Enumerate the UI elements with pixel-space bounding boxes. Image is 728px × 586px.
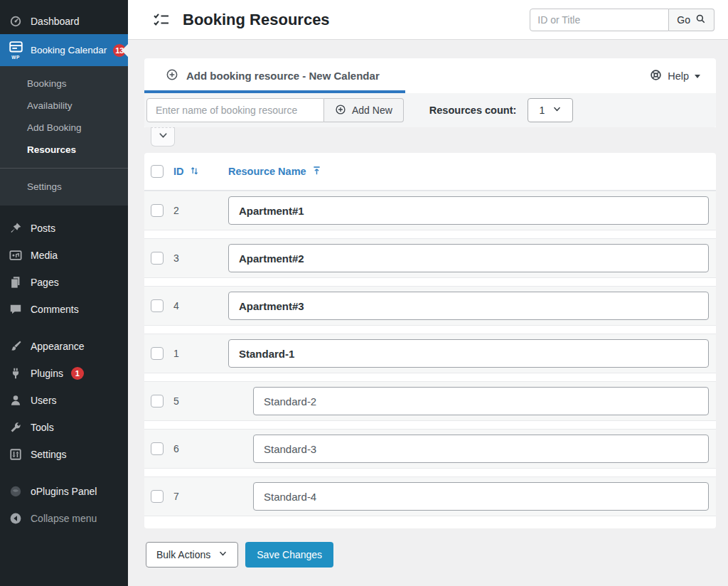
table-row: 1 xyxy=(144,334,716,373)
resource-id: 6 xyxy=(173,443,179,454)
resource-name-input[interactable] xyxy=(228,292,709,320)
posts-icon xyxy=(9,221,23,235)
users-icon xyxy=(9,393,23,407)
chevron-down-icon xyxy=(695,75,700,78)
row-checkbox[interactable] xyxy=(151,442,164,455)
resources-table: ID Resource Name 2341567 xyxy=(144,153,716,528)
new-resource-name-input[interactable] xyxy=(146,98,324,122)
resource-name-input[interactable] xyxy=(253,435,709,463)
resource-id: 4 xyxy=(173,300,179,311)
tab-row: Add booking resource - New Calendar Help xyxy=(144,58,716,93)
plugins-icon xyxy=(9,366,23,380)
comments-icon xyxy=(9,302,23,316)
settings-icon xyxy=(9,447,23,462)
help-dropdown[interactable]: Help xyxy=(650,69,700,83)
resource-id: 7 xyxy=(173,491,179,502)
save-changes-button[interactable]: Save Changes xyxy=(245,542,333,568)
resource-id: 5 xyxy=(173,395,179,407)
add-new-label: Add New xyxy=(352,105,392,116)
go-button[interactable]: Go xyxy=(669,9,714,31)
resources-count-label: Resources count: xyxy=(429,105,516,116)
sidebar-item-pages[interactable]: Pages xyxy=(0,269,128,296)
submenu-item-resources[interactable]: Resources xyxy=(0,139,128,161)
sidebar-item-booking-calendar[interactable]: WP Booking Calendar 13 xyxy=(0,34,128,66)
bulk-actions-label: Bulk Actions xyxy=(156,549,210,560)
sidebar-item-label: Settings xyxy=(31,449,67,460)
column-header-resource-name[interactable]: Resource Name xyxy=(228,165,322,178)
tab-label: Add booking resource - New Calendar xyxy=(186,70,380,82)
row-checkbox[interactable] xyxy=(151,347,164,360)
app-window: Dashboard WP Booking Calendar 13 Booking… xyxy=(0,0,728,586)
current-menu-arrow xyxy=(122,44,128,57)
pages-icon xyxy=(9,275,23,289)
sidebar-item-comments[interactable]: Comments xyxy=(0,296,128,323)
table-row: 4 xyxy=(144,286,716,326)
resource-id: 3 xyxy=(173,252,179,264)
sidebar-item-appearance[interactable]: Appearance xyxy=(0,333,128,360)
sidebar-item-users[interactable]: Users xyxy=(0,387,128,414)
row-checkbox[interactable] xyxy=(151,204,164,217)
submenu-item-availability[interactable]: Availability xyxy=(0,95,128,117)
add-new-button[interactable]: Add New xyxy=(324,98,404,122)
content-area: Booking Resources Go Add booking resourc… xyxy=(128,0,728,586)
checklist-icon xyxy=(152,11,171,29)
circle-plus-icon xyxy=(335,104,346,117)
sidebar-item-label: Tools xyxy=(31,422,54,433)
sidebar-item-posts[interactable]: Posts xyxy=(0,215,128,242)
booking-calendar-icon: WP xyxy=(7,41,24,60)
oplugins-icon xyxy=(9,484,23,499)
expand-options-toggle[interactable] xyxy=(151,127,175,146)
resource-name-input[interactable] xyxy=(228,339,709,368)
row-checkbox[interactable] xyxy=(151,395,164,407)
resources-count-value: 1 xyxy=(539,105,545,116)
resource-name-input[interactable] xyxy=(228,244,709,272)
row-checkbox[interactable] xyxy=(151,252,164,265)
resource-name-input[interactable] xyxy=(253,482,709,511)
booking-calendar-icon-caption: WP xyxy=(11,55,19,60)
sidebar-item-collapse-menu[interactable]: Collapse menu xyxy=(0,505,128,532)
sidebar-item-media[interactable]: Media xyxy=(0,242,128,269)
resource-id: 1 xyxy=(173,348,179,359)
sidebar-item-label: Comments xyxy=(31,304,79,315)
sidebar-item-tools[interactable]: Tools xyxy=(0,414,128,441)
submenu-item-bookings[interactable]: Bookings xyxy=(0,73,128,95)
resource-name-input[interactable] xyxy=(253,387,709,415)
column-id-label: ID xyxy=(173,166,184,177)
sidebar-item-label: oPlugins Panel xyxy=(31,486,97,497)
add-resource-toolbar: Add New Resources count: 1 xyxy=(144,93,716,127)
chevron-down-icon xyxy=(218,549,228,560)
table-row: 7 xyxy=(144,476,716,516)
search-group: Go xyxy=(530,9,714,31)
submenu-item-settings[interactable]: Settings xyxy=(0,176,128,198)
select-all-checkbox[interactable] xyxy=(151,165,164,178)
sidebar-item-settings[interactable]: Settings xyxy=(0,441,128,468)
footer-controls: Bulk Actions Save Changes xyxy=(146,542,716,568)
resource-name-input[interactable] xyxy=(228,196,709,225)
submenu-divider xyxy=(0,168,128,169)
column-header-id[interactable]: ID xyxy=(173,165,200,178)
sidebar-item-label: Media xyxy=(31,250,58,261)
search-icon xyxy=(695,14,706,26)
sidebar-item-dashboard[interactable]: Dashboard xyxy=(0,9,128,34)
sidebar-item-label: Users xyxy=(31,395,57,406)
sidebar-item-oplugins-panel[interactable]: oPlugins Panel xyxy=(0,478,128,505)
sidebar-item-label: Appearance xyxy=(31,341,85,352)
submenu-item-add-booking[interactable]: Add Booking xyxy=(0,117,128,139)
tab-add-booking-resource[interactable]: Add booking resource - New Calendar xyxy=(144,58,401,93)
search-input[interactable] xyxy=(530,9,669,31)
table-header-row: ID Resource Name xyxy=(144,153,716,191)
sidebar-item-label: Dashboard xyxy=(31,16,80,27)
row-checkbox[interactable] xyxy=(151,299,164,312)
table-row: 2 xyxy=(144,191,716,230)
admin-main-menu: PostsMediaPagesCommentsAppearancePlugins… xyxy=(0,206,128,532)
sidebar-item-plugins[interactable]: Plugins1 xyxy=(0,360,128,387)
row-checkbox[interactable] xyxy=(151,490,164,503)
resource-id: 2 xyxy=(173,205,179,216)
bulk-actions-select[interactable]: Bulk Actions xyxy=(146,542,238,568)
sidebar-item-label: Pages xyxy=(31,277,59,288)
circle-plus-icon xyxy=(166,68,178,83)
go-button-label: Go xyxy=(677,14,690,26)
add-resource-panel: Add booking resource - New Calendar Help… xyxy=(144,58,716,127)
resources-count-select[interactable]: 1 xyxy=(528,98,573,122)
lifebuoy-icon xyxy=(650,69,662,83)
